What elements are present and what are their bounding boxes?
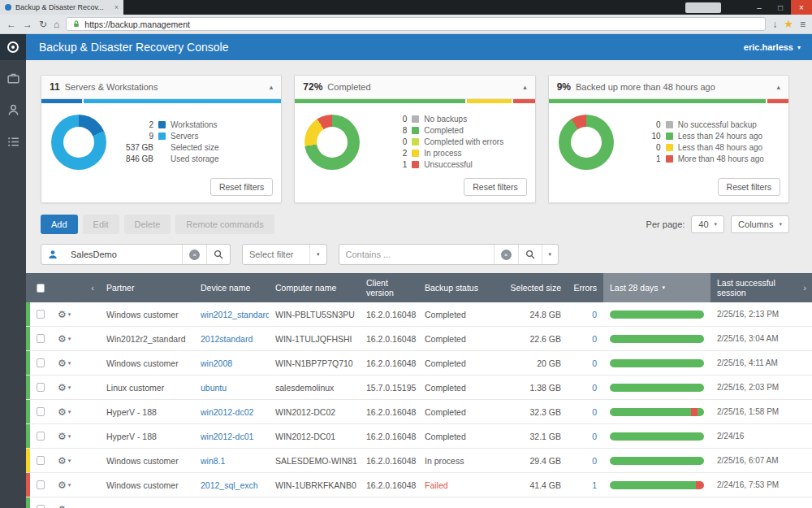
col-last-28-days[interactable]: Last 28 days ▾	[603, 273, 710, 302]
select-filter-dropdown[interactable]: Select filter ▾	[242, 244, 327, 265]
row-errors-link[interactable]: 0	[568, 351, 603, 375]
row-errors-link[interactable]: 0	[568, 400, 603, 423]
row-actions-button[interactable]: ⚙ ▾	[51, 376, 85, 399]
contains-input[interactable]	[339, 245, 494, 264]
collapse-caret-icon[interactable]: ▴	[523, 83, 527, 91]
contains-options-button[interactable]: ▾	[542, 245, 559, 264]
browser-extension-icons[interactable]	[685, 2, 721, 13]
collapse-caret-icon[interactable]: ▴	[270, 83, 274, 91]
row-checkbox[interactable]	[30, 400, 51, 423]
row-device-link[interactable]: 2012_sql_exch	[194, 473, 269, 497]
bookmark-star-icon[interactable]: ★	[784, 19, 793, 29]
row-actions-button[interactable]: ⚙ ▾	[51, 351, 85, 375]
row-device-link[interactable]: 2012standard	[194, 327, 269, 350]
expand-columns-icon[interactable]: ›	[797, 273, 812, 302]
table-row[interactable]: ⚙ ▾ Win2012r2_standard 2012standard WIN-…	[26, 327, 812, 351]
col-errors[interactable]: Errors	[568, 273, 603, 302]
row-errors-link[interactable]: 0	[568, 424, 603, 448]
row-computer: WIN-1UBRKFKANB0	[269, 473, 360, 497]
select-filter-caret[interactable]: ▾	[309, 245, 326, 264]
col-client-version[interactable]: Client version	[360, 273, 418, 302]
forward-button[interactable]: →	[23, 20, 32, 29]
table-row[interactable]: ⚙ ▾ HyperV - 188 win2012-dc02 WIN2012-DC…	[26, 400, 812, 424]
row-checkbox[interactable]	[30, 424, 51, 448]
select-all-checkbox[interactable]	[30, 273, 51, 302]
row-errors-link[interactable]	[568, 497, 603, 508]
browser-toolbar: ← → ↻ ⌂ https://backup.management ↓ ★ ≡	[0, 15, 812, 34]
per-page-select[interactable]: 40 ▾	[691, 215, 724, 233]
edit-button[interactable]: Edit	[83, 215, 119, 234]
row-checkbox[interactable]	[30, 497, 51, 508]
sidebar-item-users[interactable]	[6, 103, 20, 117]
maximize-button[interactable]: □	[770, 0, 791, 15]
row-device-link[interactable]: ubuntu	[194, 376, 269, 399]
row-errors-link[interactable]: 1	[568, 473, 603, 497]
row-errors-link[interactable]: 0	[568, 302, 603, 326]
minimize-button[interactable]: –	[749, 0, 770, 15]
collapse-columns-icon[interactable]: ‹	[85, 273, 100, 302]
remote-commands-button[interactable]: Remote commands	[175, 215, 274, 234]
browser-tab[interactable]: Backup & Disaster Recov... ×	[0, 0, 123, 15]
row-device-link[interactable]: win2012_standard	[194, 302, 269, 326]
refresh-button[interactable]: ↻	[39, 20, 47, 29]
home-button[interactable]: ⌂	[54, 20, 59, 29]
sidebar-item-tasks[interactable]	[6, 135, 20, 149]
row-checkbox[interactable]	[30, 376, 51, 399]
table-row[interactable]: ⚙ ▾ Windows customer 2012_sql_exch WIN-1…	[26, 473, 812, 497]
delete-button[interactable]: Delete	[124, 215, 171, 234]
table-row[interactable]: ⚙ ▾	[26, 497, 812, 508]
partner-search-button[interactable]	[206, 245, 230, 264]
row-errors-link[interactable]: 0	[568, 449, 603, 472]
close-button[interactable]: ×	[791, 0, 812, 15]
row-selected-size: 32.1 GB	[498, 424, 568, 448]
col-partner[interactable]: Partner	[100, 273, 194, 302]
tab-close-icon[interactable]: ×	[114, 3, 119, 11]
partner-search-input[interactable]	[64, 245, 182, 264]
row-device-link[interactable]: win2008	[194, 351, 269, 375]
row-checkbox[interactable]	[30, 473, 51, 497]
col-device-name[interactable]: Device name	[194, 273, 269, 302]
card-legend: 0No successful backup10Less than 24 hour…	[627, 120, 764, 163]
row-actions-button[interactable]: ⚙ ▾	[51, 497, 85, 508]
row-actions-button[interactable]: ⚙ ▾	[51, 473, 85, 497]
row-checkbox[interactable]	[30, 302, 51, 326]
sidebar-item-devices[interactable]	[6, 72, 20, 85]
row-checkbox[interactable]	[30, 327, 51, 350]
col-last-successful-session[interactable]: Last successful session	[710, 273, 797, 302]
row-checkbox[interactable]	[30, 351, 51, 375]
downloads-icon[interactable]: ↓	[772, 20, 777, 29]
row-actions-button[interactable]: ⚙ ▾	[51, 449, 85, 472]
menu-icon[interactable]: ≡	[800, 20, 806, 29]
row-actions-button[interactable]: ⚙ ▾	[51, 424, 85, 448]
col-selected-size[interactable]: Selected size	[498, 273, 568, 302]
row-checkbox[interactable]	[30, 449, 51, 472]
contains-search-button[interactable]	[518, 245, 542, 264]
row-actions-button[interactable]: ⚙ ▾	[51, 302, 85, 326]
col-backup-status[interactable]: Backup status	[418, 273, 498, 302]
row-device-link[interactable]: win8.1	[194, 449, 269, 472]
row-actions-button[interactable]: ⚙ ▾	[51, 400, 85, 423]
address-bar[interactable]: https://backup.management	[66, 17, 766, 31]
user-menu[interactable]: eric.harless ▾	[744, 42, 801, 52]
table-row[interactable]: ⚙ ▾ HyperV - 188 win2012-dc01 WIN2012-DC…	[26, 424, 812, 449]
table-row[interactable]: ⚙ ▾ Windows customer win2012_standard WI…	[26, 302, 812, 327]
collapse-caret-icon[interactable]: ▴	[776, 83, 780, 91]
partner-clear-button[interactable]: ×	[182, 245, 206, 264]
row-errors-link[interactable]: 0	[568, 376, 603, 399]
row-errors-link[interactable]: 0	[568, 327, 603, 350]
table-row[interactable]: ⚙ ▾ Windows customer win2008 WIN-N1BP7P7…	[26, 351, 812, 376]
row-device-link[interactable]	[194, 497, 269, 508]
columns-button[interactable]: Columns ▾	[731, 215, 789, 233]
row-device-link[interactable]: win2012-dc02	[194, 400, 269, 423]
reset-filters-button[interactable]: Reset filters	[210, 178, 273, 196]
row-actions-button[interactable]: ⚙ ▾	[51, 327, 85, 350]
reset-filters-button[interactable]: Reset filters	[464, 178, 526, 196]
back-button[interactable]: ←	[6, 20, 16, 29]
contains-clear-button[interactable]: ×	[494, 245, 518, 264]
row-device-link[interactable]: win2012-dc01	[194, 424, 269, 448]
col-computer-name[interactable]: Computer name	[269, 273, 360, 302]
table-row[interactable]: ⚙ ▾ Windows customer win8.1 SALESDEMO-WI…	[26, 449, 812, 473]
add-button[interactable]: Add	[41, 215, 78, 234]
reset-filters-button[interactable]: Reset filters	[718, 178, 780, 196]
table-row[interactable]: ⚙ ▾ Linux customer ubuntu salesdemolinux…	[26, 376, 812, 400]
